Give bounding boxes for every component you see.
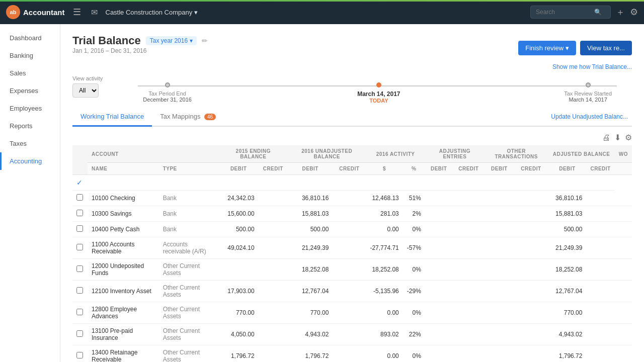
- select-all-checkbox[interactable]: ✓: [76, 178, 83, 187]
- view-activity-select[interactable]: All: [72, 83, 99, 98]
- row-checkbox[interactable]: [72, 191, 88, 206]
- adj-credit: [453, 222, 485, 237]
- row-checkbox[interactable]: [72, 222, 88, 237]
- activity-dollar: 0.00: [366, 302, 403, 324]
- tab-tax-mappings[interactable]: Tax Mappings 46: [152, 108, 224, 127]
- company-selector[interactable]: Castle Construction Company ▾: [106, 9, 198, 16]
- row-checkbox[interactable]: [72, 281, 88, 302]
- adj-credit: [453, 206, 485, 222]
- ending-balance-group-header: 2015 ENDING BALANCE: [219, 145, 288, 163]
- sidebar-item-accounting[interactable]: Accounting: [0, 152, 60, 170]
- adjbal-debit: 4,943.02: [548, 324, 586, 345]
- activity-pct: 0%: [403, 302, 425, 324]
- chevron-down-icon: ▾: [194, 9, 198, 16]
- tax-year-badge[interactable]: Tax year 2016 ▾: [146, 36, 197, 45]
- timeline-label-1: Tax Period End: [148, 90, 186, 97]
- table-row[interactable]: 10100 Checking Bank 24,342.03 36,810.16 …: [72, 191, 632, 206]
- top-nav-right: 🔍 ＋ ⚙: [530, 6, 638, 19]
- end2015-debit: 24,342.03: [219, 191, 259, 206]
- timeline-today-label: TODAY: [369, 98, 388, 104]
- trial-balance-table: ACCOUNT 2015 ENDING BALANCE 2016 UNADJUS…: [72, 145, 632, 362]
- end2015-credit: [259, 324, 288, 345]
- unadj-credit: [333, 237, 366, 259]
- tax-year-label: Tax year 2016: [150, 37, 188, 44]
- update-unadjusted-button[interactable]: Update Unadjusted Balanc...: [547, 111, 632, 122]
- adj-debit: [425, 259, 453, 281]
- sidebar-item-employees[interactable]: Employees: [0, 100, 60, 117]
- unadj-debit: 15,881.03: [288, 206, 333, 222]
- show-me-link[interactable]: Show me how Trial Balance...: [72, 63, 632, 70]
- other-debit: [485, 259, 514, 281]
- row-checkbox[interactable]: [72, 324, 88, 345]
- adj-debit: [425, 191, 453, 206]
- row-checkbox[interactable]: [72, 237, 88, 259]
- unadj-debit: 4,943.02: [288, 324, 333, 345]
- activity-pct: 0%: [403, 345, 425, 363]
- add-icon[interactable]: ＋: [616, 6, 625, 18]
- table-row[interactable]: 13400 Retainage Receivable Other Current…: [72, 345, 632, 363]
- app-logo[interactable]: ab Accountant: [6, 5, 65, 19]
- account-name: 10300 Savings: [88, 206, 159, 222]
- table-row[interactable]: 13100 Pre-paid Insurance Other Current A…: [72, 324, 632, 345]
- mail-icon[interactable]: ✉: [89, 6, 100, 19]
- other-transactions-group-header: OTHER TRANSACTIONS: [485, 145, 548, 163]
- trial-balance-table-container: ACCOUNT 2015 ENDING BALANCE 2016 UNADJUS…: [72, 145, 632, 362]
- sidebar-item-taxes[interactable]: Taxes: [0, 135, 60, 152]
- account-type: Bank: [159, 191, 219, 206]
- end2015-debit: 17,903.00: [219, 281, 259, 302]
- credit4-subheader: Credit: [514, 163, 548, 175]
- account-name: 12000 Undeposited Funds: [88, 259, 159, 281]
- dollar-subheader: $: [366, 163, 403, 175]
- other-credit: [514, 206, 548, 222]
- settings-table-icon[interactable]: ⚙: [625, 133, 632, 142]
- table-row[interactable]: 10400 Petty Cash Bank 500.00 500.00 0.00…: [72, 222, 632, 237]
- sidebar-item-expenses[interactable]: Expenses: [0, 82, 60, 100]
- adj-debit: [425, 324, 453, 345]
- table-toolbar: 🖨 ⬇ ⚙: [72, 133, 632, 142]
- credit5-subheader: Credit: [586, 163, 614, 175]
- sidebar-item-reports[interactable]: Reports: [0, 117, 60, 135]
- adjbal-credit: [586, 345, 614, 363]
- tab-working-trial-balance[interactable]: Working Trial Balance: [72, 108, 152, 127]
- row-checkbox[interactable]: [72, 345, 88, 363]
- adjbal-debit: 12,767.04: [548, 281, 586, 302]
- adjbal-credit: [586, 281, 614, 302]
- activity-group-header: 2016 ACTIVITY: [366, 145, 425, 163]
- adjbal-credit: [586, 259, 614, 281]
- view-tax-button[interactable]: View tax re...: [580, 41, 632, 55]
- search-input[interactable]: [536, 9, 591, 16]
- finish-review-button[interactable]: Finish review ▾: [518, 41, 576, 55]
- sidebar-item-banking[interactable]: Banking: [0, 47, 60, 64]
- adj-credit: [453, 259, 485, 281]
- table-row[interactable]: 10300 Savings Bank 15,600.00 15,881.03 2…: [72, 206, 632, 222]
- row-checkbox[interactable]: [72, 259, 88, 281]
- timeline-section: View activity All Tax Period End Decembe…: [72, 75, 632, 98]
- end2015-credit: [259, 237, 288, 259]
- unadj-credit: [333, 259, 366, 281]
- table-row[interactable]: 12000 Undeposited Funds Other Current As…: [72, 259, 632, 281]
- export-icon[interactable]: ⬇: [614, 133, 621, 142]
- search-box[interactable]: 🔍: [530, 6, 611, 19]
- adjusted-balance-group-header: ADJUSTED BALANCE: [548, 145, 614, 163]
- table-row[interactable]: 12800 Employee Advances Other Current As…: [72, 302, 632, 324]
- sidebar-item-dashboard[interactable]: Dashboard: [0, 29, 60, 47]
- print-icon[interactable]: 🖨: [602, 133, 610, 142]
- other-credit: [514, 222, 548, 237]
- row-checkbox[interactable]: [72, 302, 88, 324]
- wo-cell: [615, 259, 632, 281]
- settings-icon[interactable]: ⚙: [630, 7, 638, 18]
- activity-pct: -57%: [403, 237, 425, 259]
- timeline-point-2: March 14, 2017 TODAY: [357, 82, 400, 104]
- table-row[interactable]: 11000 Accounts Receivable Accounts recei…: [72, 237, 632, 259]
- hamburger-icon[interactable]: ☰: [71, 5, 83, 20]
- activity-dollar: 893.02: [366, 324, 403, 345]
- unadj-debit: 770.00: [288, 302, 333, 324]
- adjbal-debit: 21,249.39: [548, 237, 586, 259]
- sidebar-item-sales[interactable]: Sales: [0, 64, 60, 82]
- tabs-row: Working Trial Balance Tax Mappings 46 Up…: [72, 108, 632, 127]
- other-debit: [485, 281, 514, 302]
- table-row[interactable]: 12100 Inventory Asset Other Current Asse…: [72, 281, 632, 302]
- row-checkbox[interactable]: [72, 206, 88, 222]
- edit-icon[interactable]: ✏: [202, 37, 208, 45]
- view-activity-label: View activity: [72, 75, 103, 81]
